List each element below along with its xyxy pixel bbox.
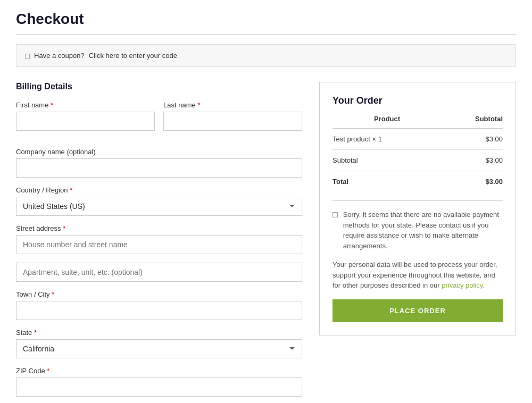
total-label: Total: [332, 171, 442, 192]
zip-input[interactable]: [16, 377, 302, 397]
billing-title: Billing Details: [16, 82, 302, 91]
last-name-label: Last name *: [163, 101, 302, 109]
order-section: Your Order Product Subtotal Test product…: [319, 82, 516, 335]
town-input[interactable]: [16, 301, 302, 320]
first-name-input[interactable]: [16, 112, 155, 131]
street-address-group: Street address *: [16, 224, 302, 282]
main-layout: Billing Details First name * Last name *…: [16, 82, 516, 403]
town-label: Town / City *: [16, 290, 302, 298]
order-title: Your Order: [332, 95, 503, 106]
name-row: First name * Last name *: [16, 101, 302, 139]
company-name-label: Company name (optional): [16, 148, 302, 156]
personal-data-text: Your personal data will be used to proce…: [332, 259, 503, 291]
company-name-input[interactable]: [16, 158, 302, 178]
billing-section: Billing Details First name * Last name *…: [16, 82, 302, 403]
first-name-group: First name *: [16, 101, 155, 131]
total-amount: $3.00: [442, 171, 503, 192]
apt-input[interactable]: [16, 263, 302, 282]
state-select[interactable]: California: [16, 339, 302, 358]
zip-group: ZIP Code *: [16, 367, 302, 397]
town-group: Town / City *: [16, 290, 302, 320]
subtotal-amount: $3.00: [442, 150, 503, 171]
line-item-amount: $3.00: [442, 129, 503, 150]
line-item-label: Test product × 1: [332, 129, 442, 150]
line-item-row: Test product × 1 $3.00: [332, 129, 503, 150]
state-group: State * California: [16, 329, 302, 358]
street-address-input[interactable]: [16, 235, 302, 254]
notice-icon: □: [332, 210, 338, 220]
country-label: Country / Region *: [16, 186, 302, 194]
order-card: Your Order Product Subtotal Test product…: [319, 82, 516, 335]
payment-notice-text: Sorry, it seems that there are no availa…: [343, 209, 503, 251]
subtotal-row: Subtotal $3.00: [332, 150, 503, 171]
first-name-label: First name *: [16, 101, 155, 109]
country-group: Country / Region * United States (US): [16, 186, 302, 216]
payment-notice: □ Sorry, it seems that there are no avai…: [332, 200, 503, 251]
zip-label: ZIP Code *: [16, 367, 302, 375]
total-row: Total $3.00: [332, 171, 503, 192]
state-label: State *: [16, 329, 302, 337]
col-subtotal: Subtotal: [442, 115, 503, 129]
page-title: Checkout: [16, 11, 516, 28]
coupon-bar: □ Have a coupon? Click here to enter you…: [16, 44, 516, 67]
last-name-group: Last name *: [163, 101, 302, 131]
place-order-button[interactable]: PLACE ORDER: [332, 299, 503, 322]
coupon-icon: □: [25, 51, 30, 60]
last-name-input[interactable]: [163, 112, 302, 131]
street-address-label: Street address *: [16, 224, 302, 232]
coupon-text: Have a coupon?: [34, 52, 85, 60]
country-select[interactable]: United States (US): [16, 197, 302, 216]
privacy-policy-link[interactable]: privacy policy.: [442, 281, 485, 289]
subtotal-label: Subtotal: [332, 150, 442, 171]
coupon-link[interactable]: Click here to enter your code: [89, 52, 177, 60]
title-divider: [16, 34, 516, 35]
col-product: Product: [332, 115, 442, 129]
company-name-group: Company name (optional): [16, 148, 302, 178]
order-table: Product Subtotal Test product × 1 $3.00 …: [332, 115, 503, 192]
